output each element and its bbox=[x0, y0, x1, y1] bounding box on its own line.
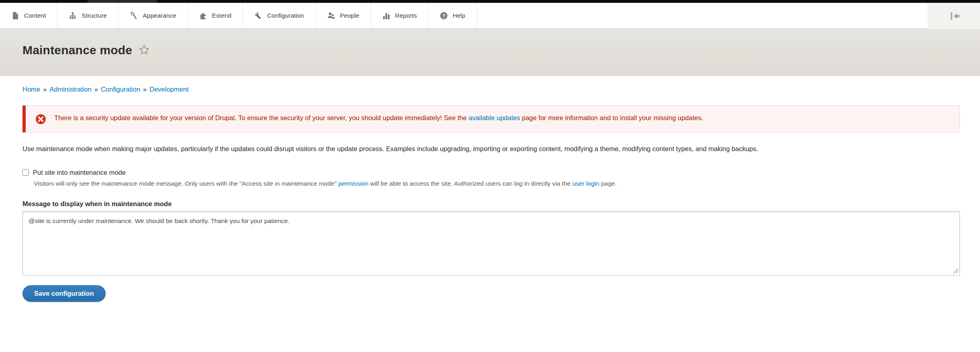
error-message: There is a security update available for… bbox=[22, 105, 960, 133]
tab-structure-label: Structure bbox=[82, 12, 107, 19]
description-part-2: will be able to access the site. Authori… bbox=[368, 180, 572, 187]
wrench-icon bbox=[254, 12, 262, 20]
tab-extend[interactable]: Extend bbox=[188, 3, 243, 29]
admin-toolbar-bar bbox=[0, 0, 980, 3]
maintenance-mode-field: Put site into maintenance mode bbox=[22, 169, 960, 176]
tab-content-label: Content bbox=[24, 12, 46, 19]
maintenance-mode-description: Visitors will only see the maintenance m… bbox=[34, 179, 960, 188]
error-text-after: page for more information and to install… bbox=[520, 114, 703, 121]
tab-appearance[interactable]: Appearance bbox=[118, 3, 188, 29]
maintenance-mode-checkbox[interactable] bbox=[22, 169, 29, 176]
breadcrumb: Home»Administration»Configuration»Develo… bbox=[22, 86, 960, 93]
tab-content[interactable]: Content bbox=[0, 3, 57, 29]
maintenance-mode-label[interactable]: Put site into maintenance mode bbox=[33, 169, 126, 176]
tab-configuration[interactable]: Configuration bbox=[243, 3, 316, 29]
error-text-before: There is a security update available for… bbox=[54, 114, 469, 121]
breadcrumb-development[interactable]: Development bbox=[149, 86, 188, 93]
breadcrumb-configuration[interactable]: Configuration bbox=[101, 86, 140, 93]
permission-link[interactable]: permission bbox=[339, 180, 369, 187]
file-icon bbox=[11, 12, 19, 20]
tab-reports-label: Reports bbox=[395, 12, 417, 19]
page-header: Maintenance mode bbox=[0, 29, 980, 76]
description-part-1: Visitors will only see the maintenance m… bbox=[34, 180, 339, 187]
bar-chart-icon bbox=[382, 12, 390, 20]
tab-help[interactable]: ? Help bbox=[429, 3, 477, 29]
tab-structure[interactable]: Structure bbox=[57, 3, 118, 29]
tab-people-label: People bbox=[340, 12, 359, 19]
people-icon bbox=[327, 12, 335, 20]
available-updates-link[interactable]: available updates bbox=[469, 114, 520, 121]
page-title: Maintenance mode bbox=[22, 43, 132, 57]
error-message-text: There is a security update available for… bbox=[54, 113, 703, 123]
maintenance-intro-text: Use maintenance mode when making major u… bbox=[22, 144, 960, 154]
toolbar-collapse-button[interactable] bbox=[928, 3, 980, 29]
message-field-wrapper: @site is currently under maintenance. We… bbox=[22, 211, 960, 276]
breadcrumb-separator: » bbox=[143, 86, 147, 93]
tab-appearance-label: Appearance bbox=[143, 12, 176, 19]
svg-text:?: ? bbox=[442, 13, 445, 19]
question-icon: ? bbox=[440, 12, 448, 20]
description-part-3: page. bbox=[599, 180, 617, 187]
maintenance-message-textarea[interactable]: @site is currently under maintenance. We… bbox=[22, 211, 960, 276]
save-configuration-button[interactable]: Save configuration bbox=[22, 285, 106, 302]
sitemap-icon bbox=[69, 12, 77, 20]
tab-people[interactable]: People bbox=[316, 3, 371, 29]
tab-extend-label: Extend bbox=[212, 12, 231, 19]
error-icon bbox=[35, 114, 46, 125]
main-content: Home»Administration»Configuration»Develo… bbox=[0, 86, 980, 318]
breadcrumb-home[interactable]: Home bbox=[22, 86, 40, 93]
textarea-resize-handle[interactable] bbox=[953, 268, 958, 274]
breadcrumb-administration[interactable]: Administration bbox=[49, 86, 92, 93]
tab-reports[interactable]: Reports bbox=[371, 3, 429, 29]
breadcrumb-separator: » bbox=[43, 86, 47, 93]
user-login-link[interactable]: user login bbox=[572, 180, 599, 187]
breadcrumb-separator: » bbox=[94, 86, 98, 93]
puzzle-icon bbox=[199, 12, 207, 20]
tab-help-label: Help bbox=[453, 12, 466, 19]
paintbrush-icon bbox=[130, 12, 138, 20]
admin-toolbar-highlight bbox=[88, 0, 157, 3]
collapse-left-icon bbox=[947, 11, 961, 21]
message-field-label: Message to display when in maintenance m… bbox=[22, 200, 960, 208]
tab-configuration-label: Configuration bbox=[267, 12, 304, 19]
star-outline-icon[interactable] bbox=[139, 44, 150, 55]
admin-toolbar-tray: Content Structure Appearance Extend bbox=[0, 3, 980, 29]
